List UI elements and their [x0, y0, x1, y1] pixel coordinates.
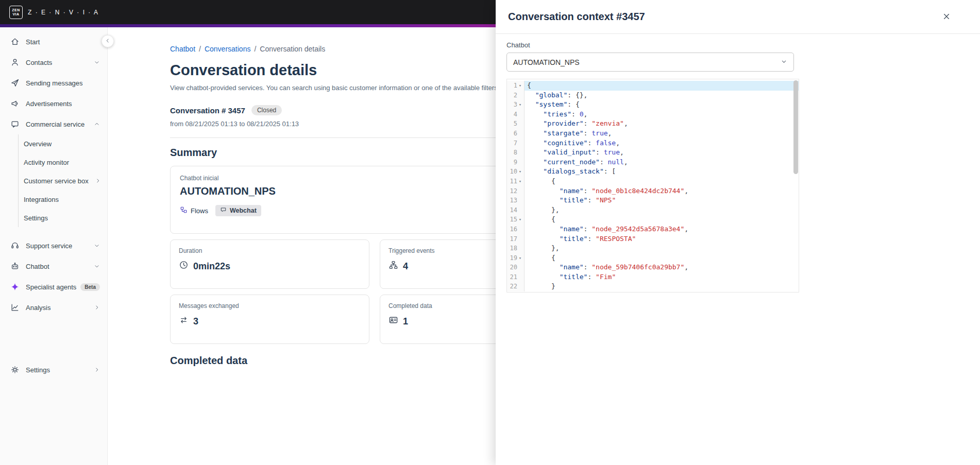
line-number-gutter[interactable]: 19▾ [507, 253, 525, 263]
line-number-gutter[interactable]: 21 [507, 272, 525, 282]
sidebar-item-start[interactable]: Start [0, 31, 107, 52]
chart-icon [10, 303, 20, 312]
metric-value: 3 [193, 316, 198, 327]
sidebar-item-settings-sub[interactable]: Settings [19, 209, 107, 227]
line-number-gutter[interactable]: 5 [507, 119, 525, 129]
chevron-right-icon [95, 178, 101, 184]
json-context-editor[interactable]: 1▾{2 "global": {},3▾ "system": {4 "tries… [506, 79, 799, 292]
sidebar-collapse-button[interactable] [102, 35, 114, 47]
metric-value: 4 [403, 261, 408, 272]
chevron-down-icon [94, 59, 100, 65]
line-number-gutter[interactable]: 18 [507, 244, 525, 253]
code-line: 4 "tries": 0, [507, 110, 799, 119]
line-number-gutter[interactable]: 13 [507, 196, 525, 205]
code-line: 3▾ "system": { [507, 100, 799, 110]
code-line: 12 "name": "node_0b1c8e424dc2b744", [507, 186, 799, 196]
robot-icon [10, 262, 20, 271]
metric-value: 0min22s [193, 261, 230, 272]
line-number-gutter[interactable]: 11▾ [507, 177, 525, 186]
close-button[interactable] [940, 10, 953, 24]
webchat-chip[interactable]: Webchat [215, 205, 261, 216]
breadcrumb-chatbot[interactable]: Chatbot [170, 45, 195, 53]
sidebar-item-label: Activity monitor [24, 159, 69, 166]
sidebar-item-label: Sending messages [26, 79, 83, 87]
gear-icon [10, 365, 20, 374]
code-line: 2 "global": {}, [507, 91, 799, 100]
code-line: 1▾{ [507, 81, 799, 91]
chevron-down-icon [94, 263, 100, 269]
sidebar-item-label: Support service [26, 242, 72, 250]
code-line: 18 }, [507, 244, 799, 253]
chevron-right-icon [94, 367, 100, 373]
sidebar-item-support-service[interactable]: Support service [0, 235, 107, 256]
clock-icon [179, 260, 189, 272]
sidebar-item-customer-service-box[interactable]: Customer service box [19, 171, 107, 190]
sidebar-item-label: Specialist agents [26, 283, 76, 291]
chatbot-select-label: Chatbot [506, 41, 968, 49]
exchange-arrows-icon [179, 315, 189, 328]
chatbot-select[interactable]: AUTOMATION_NPS [506, 53, 794, 72]
code-line: 21 "title": "Fim" [507, 272, 799, 282]
sidebar-item-advertisements[interactable]: Advertisements [0, 93, 107, 114]
sidebar-item-analysis[interactable]: Analysis [0, 297, 107, 318]
metric-value: 1 [403, 316, 408, 327]
chat-bubble-icon [220, 206, 227, 215]
breadcrumb-separator: / [254, 45, 256, 53]
metric-label: Messages exchanged [179, 302, 361, 309]
line-number-gutter[interactable]: 12 [507, 186, 525, 196]
contact-card-icon [388, 315, 398, 328]
line-number-gutter[interactable]: 8 [507, 148, 525, 158]
code-line: 11▾ { [507, 177, 799, 186]
close-icon [942, 12, 951, 22]
sidebar-item-activity-monitor[interactable]: Activity monitor [19, 153, 107, 171]
line-number-gutter[interactable]: 14 [507, 205, 525, 215]
breadcrumb-conversations[interactable]: Conversations [205, 45, 251, 53]
line-number-gutter[interactable]: 16 [507, 225, 525, 234]
sidebar-item-integrations[interactable]: Integrations [19, 190, 107, 209]
line-number-gutter[interactable]: 7 [507, 139, 525, 148]
line-number-gutter[interactable]: 6 [507, 129, 525, 139]
sidebar-item-overview[interactable]: Overview [19, 134, 107, 153]
sidebar-item-commercial-service[interactable]: Commercial service [0, 114, 107, 134]
line-number-gutter[interactable]: 22 [507, 282, 525, 291]
sparkle-icon [10, 282, 20, 291]
sidebar-item-label: Overview [24, 140, 52, 148]
code-line: 14 }, [507, 205, 799, 215]
sidebar-item-label: Integrations [24, 196, 59, 203]
fold-arrow-icon: ▾ [517, 215, 523, 225]
flows-chip[interactable]: Flows [180, 206, 208, 215]
headset-icon [10, 241, 20, 250]
sidebar-item-label: Advertisements [26, 100, 72, 108]
line-number-gutter[interactable]: 1▾ [507, 81, 525, 91]
zenvia-logo[interactable]: ZEN VIA Z · E · N · V · I · A [9, 6, 99, 19]
chat-box-icon [10, 119, 20, 129]
line-number-gutter[interactable]: 3▾ [507, 100, 525, 110]
status-badge: Closed [251, 105, 282, 115]
sidebar-item-label: Start [26, 38, 40, 46]
code-line: 6 "stargate": true, [507, 129, 799, 139]
editor-scrollbar-thumb[interactable] [793, 80, 798, 174]
commercial-service-subgroup: Overview Activity monitor Customer servi… [18, 134, 107, 227]
app-root: ZEN VIA Z · E · N · V · I · A Start Cont… [0, 0, 980, 465]
chevron-left-icon [105, 38, 111, 45]
line-number-gutter[interactable]: 20 [507, 263, 525, 272]
line-number-gutter[interactable]: 9 [507, 158, 525, 167]
chevron-up-icon [94, 121, 100, 127]
code-line: 9 "current_node": null, [507, 158, 799, 167]
sidebar-item-specialist-agents[interactable]: Specialist agents Beta [0, 277, 107, 297]
home-icon [10, 37, 20, 46]
sidebar-item-contacts[interactable]: Contacts [0, 52, 107, 73]
code-line: 16 "name": "node_29542d5a5678a3e4", [507, 225, 799, 234]
fold-arrow-icon: ▾ [517, 81, 523, 91]
sidebar-item-sending-messages[interactable]: Sending messages [0, 73, 107, 93]
line-number-gutter[interactable]: 17 [507, 234, 525, 244]
sidebar-item-settings[interactable]: Settings [0, 359, 107, 380]
line-number-gutter[interactable]: 10▾ [507, 167, 525, 177]
sidebar: Start Contacts Sending messages Advertis… [0, 27, 108, 465]
line-number-gutter[interactable]: 15▾ [507, 215, 525, 225]
sidebar-item-chatbot[interactable]: Chatbot [0, 256, 107, 277]
line-number-gutter[interactable]: 2 [507, 91, 525, 100]
fold-arrow-icon: ▾ [517, 100, 523, 110]
line-number-gutter[interactable]: 4 [507, 110, 525, 119]
code-line: 20 "name": "node_59b7406fc0a29bb7", [507, 263, 799, 272]
